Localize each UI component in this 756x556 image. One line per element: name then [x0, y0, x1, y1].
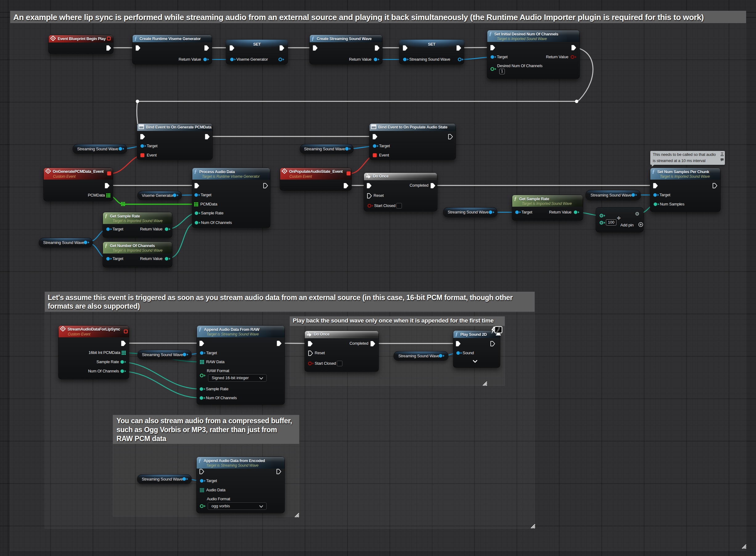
svg-text:1: 1 [367, 173, 368, 176]
svg-text:1: 1 [307, 331, 309, 334]
